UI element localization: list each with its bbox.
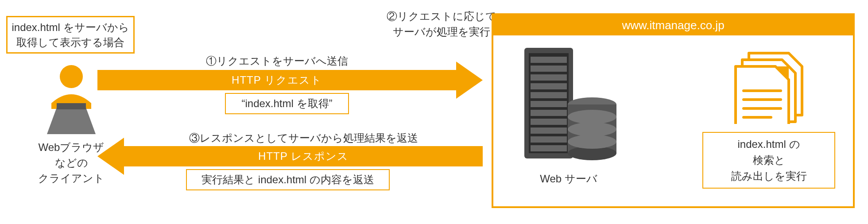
- document-caption: index.html の 検索と 読み出しを実行: [702, 132, 835, 189]
- step2-label: ②リクエストに応じて サーバが処理を実行: [384, 9, 499, 40]
- step1-label: ①リクエストをサーバへ送信: [97, 54, 456, 68]
- svg-marker-1: [47, 108, 96, 134]
- server-container: www.itmanage.co.jp: [492, 13, 855, 208]
- caption-text: index.html をサーバから 取得して表示する場合: [12, 21, 129, 48]
- server-area: Web サーバ: [511, 43, 626, 186]
- svg-rect-15: [531, 145, 567, 151]
- svg-rect-14: [531, 136, 567, 143]
- svg-rect-9: [531, 92, 567, 98]
- response-sub-box: 実行結果と index.html の内容を返送: [186, 169, 390, 190]
- server-title-bar: www.itmanage.co.jp: [493, 15, 853, 35]
- svg-rect-12: [531, 119, 567, 125]
- request-bar-label: HTTP リクエスト: [97, 70, 456, 90]
- svg-rect-6: [531, 66, 567, 72]
- arrow-head-left-icon: [97, 138, 124, 175]
- response-bar-label: HTTP レスポンス: [124, 146, 483, 166]
- document-area: index.html の 検索と 読み出しを実行: [702, 49, 835, 189]
- svg-rect-11: [531, 110, 567, 116]
- svg-rect-5: [531, 57, 567, 63]
- server-icon: [515, 43, 622, 167]
- svg-point-21: [568, 135, 616, 149]
- document-icon: [727, 49, 811, 124]
- svg-rect-8: [531, 83, 567, 89]
- step3-label: ③レスポンスとしてサーバから処理結果を返送: [124, 131, 483, 145]
- request-sub-box: “index.html を取得”: [225, 93, 349, 114]
- svg-rect-7: [531, 74, 567, 81]
- request-arrow: HTTP リクエスト: [97, 70, 483, 90]
- svg-rect-2: [57, 103, 86, 109]
- arrow-head-right-icon: [456, 62, 483, 99]
- svg-point-20: [568, 122, 616, 136]
- caption-box: index.html をサーバから 取得して表示する場合: [6, 16, 135, 54]
- svg-rect-13: [531, 127, 567, 134]
- response-arrow: HTTP レスポンス: [97, 146, 483, 166]
- svg-rect-10: [531, 101, 567, 107]
- svg-point-19: [568, 110, 616, 124]
- svg-point-0: [60, 65, 83, 88]
- server-label: Web サーバ: [511, 172, 626, 186]
